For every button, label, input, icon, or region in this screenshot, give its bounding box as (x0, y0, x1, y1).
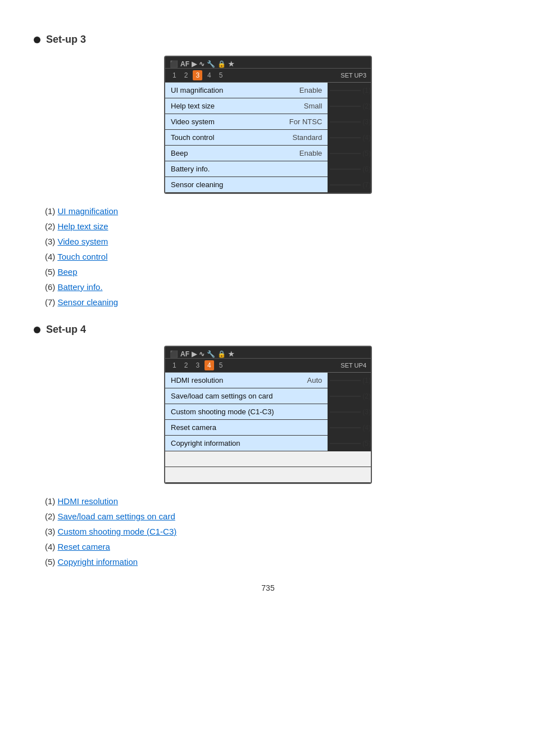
link-item-3: (3) Video system (45, 237, 502, 246)
tab4-icon-wrench: 🔧 (207, 350, 215, 358)
menu-row-beep[interactable]: Beep Enable (165, 146, 328, 161)
link-save-load-cam[interactable]: Save/load cam settings on card (58, 511, 175, 521)
callout-1: (1) (330, 87, 371, 94)
link-item-7: (7) Sensor cleaning (45, 297, 502, 307)
link-touch-control[interactable]: Touch control (57, 252, 107, 261)
menu4-row-hdmi[interactable]: HDMI resolution Auto (165, 373, 328, 388)
callout4-4: (4) (330, 424, 371, 432)
menu4-row-4: Reset camera (4) (165, 420, 371, 436)
menu-row-4: Touch control Standard (4) (165, 130, 371, 146)
setup4-tab-numbers: 1 2 3 4 5 SET UP4 (165, 359, 371, 373)
setup4-rows: HDMI resolution Auto (1) Save/load cam s… (165, 373, 371, 483)
setup4-label: SET UP4 (340, 362, 366, 369)
menu-row-7: Sensor cleaning (7) (165, 177, 371, 193)
menu-row-ui-magnification[interactable]: UI magnification Enable (165, 83, 328, 98)
menu-row-video-system[interactable]: Video system For NTSC (165, 114, 328, 130)
link4-item-3: (3) Custom shooting mode (C1-C3) (45, 527, 502, 536)
menu4-row-empty2 (165, 467, 371, 483)
tab4-icon-camera: ⬛ (170, 350, 178, 358)
tab4-num-1[interactable]: 1 (170, 360, 179, 370)
bullet-icon (34, 37, 40, 43)
link-reset-camera[interactable]: Reset camera (58, 542, 110, 551)
link-video-system[interactable]: Video system (58, 237, 108, 246)
tab-icon-lock: 🔒 (217, 60, 226, 68)
menu4-row-copyright[interactable]: Copyright information (165, 436, 328, 451)
tab4-num-2[interactable]: 2 (181, 360, 191, 370)
setup3-title: Set-up 3 (34, 34, 502, 46)
setup3-menu-wrapper: ⬛ AF ▶ ∿ 🔧 🔒 ★ 1 2 3 4 5 SET UP3 (164, 56, 372, 194)
page-number: 735 (34, 583, 502, 592)
setup4-camera-menu: ⬛ AF ▶ ∿ 🔧 🔒 ★ 1 2 3 4 5 SET UP4 (164, 346, 372, 484)
link-item-5: (5) Beep (45, 267, 502, 277)
tab4-num-3[interactable]: 3 (193, 360, 202, 370)
menu4-row-3: Custom shooting mode (C1-C3) (3) (165, 404, 371, 420)
link-battery-info[interactable]: Battery info. (58, 282, 103, 292)
tab-num-1[interactable]: 1 (170, 70, 179, 80)
callout4-5: (5) (330, 440, 371, 447)
link-copyright-information[interactable]: Copyright information (58, 557, 138, 567)
setup4-links: (1) HDMI resolution (2) Save/load cam se… (45, 496, 502, 567)
setup3-camera-menu: ⬛ AF ▶ ∿ 🔧 🔒 ★ 1 2 3 4 5 SET UP3 (164, 56, 372, 194)
link-item-1: (1) UI magnification (45, 206, 502, 216)
tab-icon-play: ▶ (192, 60, 197, 68)
link-item-6: (6) Battery info. (45, 282, 502, 292)
link-ui-magnification[interactable]: UI magnification (58, 206, 119, 216)
setup3-tab-numbers: 1 2 3 4 5 SET UP3 (165, 69, 371, 83)
setup3-links: (1) UI magnification (2) Help text size … (45, 206, 502, 307)
setup3-label: SET UP3 (340, 72, 366, 79)
menu4-row-save-load[interactable]: Save/load cam settings on card (165, 388, 328, 404)
link4-item-1: (1) HDMI resolution (45, 496, 502, 506)
link-help-text-size[interactable]: Help text size (58, 221, 108, 231)
tab-icon-wave: ∿ (199, 60, 205, 68)
tab-icon-wrench: 🔧 (207, 60, 215, 68)
menu4-row-reset-camera[interactable]: Reset camera (165, 420, 328, 436)
link4-item-2: (2) Save/load cam settings on card (45, 511, 502, 521)
setup3-menu-container: ⬛ AF ▶ ∿ 🔧 🔒 ★ 1 2 3 4 5 SET UP3 (34, 56, 502, 194)
setup3-rows: UI magnification Enable (1) Help text si… (165, 83, 371, 193)
tab-num-3[interactable]: 3 (193, 70, 202, 80)
menu-row-3: Video system For NTSC (3) (165, 114, 371, 130)
callout-4: (4) (330, 134, 371, 142)
tab-icon-camera: ⬛ (170, 60, 178, 68)
tab-num-4[interactable]: 4 (205, 70, 214, 80)
callout-3: (3) (330, 118, 371, 126)
menu-row-5: Beep Enable (5) (165, 146, 371, 161)
callout-2: (2) (330, 102, 371, 110)
tab4-num-5[interactable]: 5 (216, 360, 226, 370)
setup3-tab-icons: ⬛ AF ▶ ∿ 🔧 🔒 ★ (165, 57, 371, 69)
tab4-icon-wave: ∿ (199, 350, 205, 358)
menu-row-2: Help text size Small (2) (165, 98, 371, 114)
menu-row-6: Battery info. (6) (165, 161, 371, 177)
setup4-tab-icons: ⬛ AF ▶ ∿ 🔧 🔒 ★ (165, 347, 371, 359)
callout4-3: (3) (330, 408, 371, 416)
menu4-row-custom-shooting[interactable]: Custom shooting mode (C1-C3) (165, 404, 328, 420)
menu4-row-5: Copyright information (5) (165, 436, 371, 451)
callout4-1: (1) (330, 377, 371, 384)
tab-num-5[interactable]: 5 (216, 70, 226, 80)
setup4-title: Set-up 4 (34, 324, 502, 336)
menu-row-battery-info[interactable]: Battery info. (165, 161, 328, 177)
tab4-icon-play: ▶ (192, 350, 197, 358)
tab4-icon-af: AF (180, 350, 189, 358)
tab4-icon-star: ★ (228, 350, 234, 358)
bullet-icon-4 (34, 327, 40, 333)
tab-icon-af: AF (180, 60, 189, 68)
menu-row-help-text[interactable]: Help text size Small (165, 98, 328, 114)
callout-5: (5) (330, 150, 371, 157)
link4-item-4: (4) Reset camera (45, 542, 502, 551)
tab-num-2[interactable]: 2 (181, 70, 191, 80)
link-beep[interactable]: Beep (58, 267, 78, 277)
link-item-2: (2) Help text size (45, 221, 502, 231)
menu-row-1: UI magnification Enable (1) (165, 83, 371, 98)
menu4-row-1: HDMI resolution Auto (1) (165, 373, 371, 388)
callout-6: (6) (330, 165, 371, 173)
tab4-num-4[interactable]: 4 (205, 360, 214, 370)
link-custom-shooting[interactable]: Custom shooting mode (C1-C3) (58, 527, 177, 536)
tab-icon-star: ★ (228, 60, 234, 68)
menu-row-touch-control[interactable]: Touch control Standard (165, 130, 328, 146)
menu-row-sensor-cleaning[interactable]: Sensor cleaning (165, 177, 328, 193)
callout-7: (7) (330, 181, 371, 189)
link-hdmi-resolution[interactable]: HDMI resolution (58, 496, 119, 506)
link-sensor-cleaning[interactable]: Sensor cleaning (58, 297, 119, 307)
setup4-menu-container: ⬛ AF ▶ ∿ 🔧 🔒 ★ 1 2 3 4 5 SET UP4 (34, 346, 502, 484)
